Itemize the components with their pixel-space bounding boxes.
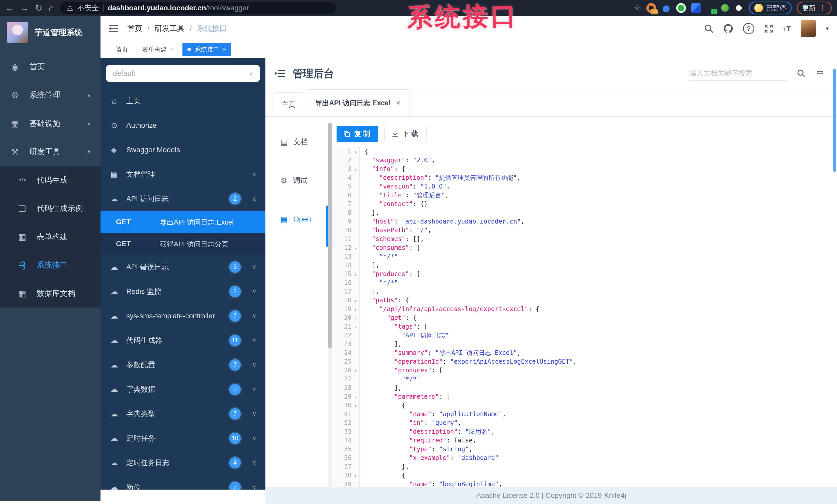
close-icon[interactable]: ✕ [396,99,401,107]
side-tab-文档[interactable]: ▤文档 [265,123,327,161]
help-icon[interactable]: ? [743,23,754,34]
sidebar-item-1[interactable]: ◉首页 [0,53,101,81]
search-icon[interactable] [704,24,714,33]
extension-gn-icon[interactable]: Gn [706,3,716,13]
profile-paused-pill[interactable]: 已暂停 [749,2,791,14]
extension-star-icon[interactable] [734,3,744,13]
swagger-item-13[interactable]: ☁定时任务10∨ [101,426,265,450]
copy-button[interactable]: 复制 [337,126,378,142]
code-text: "*/*" [360,375,420,384]
update-button[interactable]: 更新 ⋮ [797,2,832,14]
swagger-item-9[interactable]: ☁代码生成器11∨ [101,328,265,353]
sidebar-subitem-5[interactable]: ▦数据库文档 [0,279,101,307]
fold-arrow-icon[interactable]: ▾ [352,297,359,305]
doc-search-input[interactable]: 输入文档关键字搜索 [689,66,786,81]
swagger-item-8[interactable]: ☁sys-sms-template-controller7∨ [101,304,265,328]
sidebar-item-label: 基础设施 [29,118,60,129]
fold-arrow-icon[interactable]: ▾ [352,305,359,314]
swagger-item-11[interactable]: ☁字典数据7∨ [101,377,265,402]
sidebar-item-3[interactable]: ▦基础设施∨ [0,109,101,137]
extension-leaf-icon[interactable] [721,4,729,12]
font-size-icon[interactable]: TT [783,24,791,33]
fullscreen-icon[interactable] [764,24,773,33]
line-number-gutter: 35 [332,445,360,454]
count-badge: 2 [229,193,241,204]
swagger-endpoint[interactable]: GET导出API 访问日志 Excel [101,211,265,233]
sidebar-subitem-2[interactable]: ❏代码生成示例 [0,194,101,223]
close-icon[interactable]: × [170,46,174,53]
extension-puzzle-icon[interactable] [691,3,701,13]
inner-scrollbar[interactable] [328,123,332,487]
collapse-icon[interactable] [275,69,285,77]
swagger-item-4[interactable]: ▤文档管理∨ [101,162,265,186]
extension-green-icon[interactable] [676,3,686,13]
doc-tab[interactable]: 主页 [273,92,304,116]
fold-arrow-icon[interactable]: ▾ [352,393,359,401]
swagger-item-label: 字典类型 [126,409,155,419]
swagger-item-6[interactable]: ☁API 错误日志3∨ [101,255,265,279]
browser-menu-icon[interactable]: ⋮ [819,4,826,13]
reload-icon[interactable]: ↻ [35,0,42,16]
cloud-icon: ☁ [108,336,120,345]
breadcrumb-item[interactable]: 研发工具 [155,23,184,34]
fold-arrow-icon[interactable]: ▾ [352,402,359,410]
chevron-down-icon[interactable]: ▾ [826,25,829,32]
breadcrumb-item[interactable]: 首页 [127,23,142,34]
swagger-item-15[interactable]: ☁岗位7∨ [101,475,265,490]
bookmark-star-icon[interactable]: ☆ [634,0,641,16]
user-avatar[interactable] [801,20,816,37]
extension-orange-icon[interactable]: 1 [646,3,656,13]
page-scrollbar[interactable] [833,69,836,172]
line-number: 20 [337,314,352,322]
breadcrumb-item[interactable]: 系统接口 [197,23,227,34]
group-select[interactable]: default ∨ [106,65,260,82]
chevron-down-icon: ∨ [251,313,258,319]
tag-chip[interactable]: 表单构建× [137,43,178,56]
swagger-item-10[interactable]: ☁参数配置7∨ [101,353,265,377]
download-button[interactable]: 下载 [385,126,427,142]
address-bar[interactable]: ⚠ 不安全 dashboard.yudao.iocoder.cn/tool/sw… [60,2,336,14]
swagger-item-14[interactable]: ☁定时任务日志4∨ [101,450,265,475]
side-tab-open[interactable]: ▤Open [265,200,327,239]
close-icon[interactable]: × [223,46,226,53]
sidebar-item-4[interactable]: ⚒研发工具∧ [0,137,101,166]
swagger-item-label: Swagger Models [126,146,180,154]
extension-drop-icon[interactable] [661,3,671,13]
swagger-item-12[interactable]: ☁字典类型7∨ [101,402,265,426]
fold-arrow-icon[interactable]: ▾ [352,472,359,480]
swagger-item-3[interactable]: ◈Swagger Models [101,137,265,162]
fold-arrow-icon[interactable]: ▾ [352,367,359,375]
sidebar-subitem-1[interactable]: </>代码生成 [0,166,101,194]
code-editor[interactable]: 1▾{2 "swagger": "2.0",3▾"info": {4 "desc… [332,147,833,487]
sidebar-subitem-3[interactable]: ▦表单构建 [0,223,101,251]
fold-arrow-icon[interactable]: ▾ [352,270,359,279]
sidebar-subitem-4[interactable]: ⇶系统接口 [0,251,101,279]
line-number: 22 [337,331,352,339]
app-logo-row[interactable]: 芋道管理系统 [0,16,101,46]
github-icon[interactable] [723,24,733,34]
fold-arrow-icon[interactable]: ▾ [352,165,359,173]
tag-chip[interactable]: 首页 [111,43,133,56]
swagger-endpoint[interactable]: GET获得API 访问日志分页 [101,233,265,255]
hamburger-icon[interactable] [109,25,118,33]
swagger-item-2[interactable]: ⊙Authorize [101,113,265,137]
fold-arrow-icon[interactable]: ▾ [352,314,359,322]
sidebar-item-2[interactable]: ⚙系统管理∨ [0,81,101,109]
fold-spacer [352,332,359,340]
fold-arrow-icon[interactable]: ▾ [352,244,359,253]
line-number: 19 [337,305,352,313]
tag-chip[interactable]: 系统接口× [182,43,231,56]
search-icon[interactable] [797,69,805,78]
swagger-item-1[interactable]: ⌂主页 [101,89,265,113]
swagger-item-5[interactable]: ☁API 访问日志2∧ [101,186,265,211]
fold-arrow-icon[interactable]: ▾ [352,148,359,156]
side-tab-调试[interactable]: ⚙调试 [265,161,327,200]
chevron-down-icon: ∨ [251,484,258,490]
forward-icon[interactable]: → [20,0,29,16]
language-icon[interactable]: 中 [816,68,824,79]
back-icon[interactable]: ← [5,0,14,16]
swagger-item-7[interactable]: ☁Redis 监控2∨ [101,279,265,304]
home-icon[interactable]: ⌂ [49,0,54,16]
fold-arrow-icon[interactable]: ▾ [352,323,359,331]
doc-tab[interactable]: 导出API 访问日志 Excel✕ [307,89,409,116]
